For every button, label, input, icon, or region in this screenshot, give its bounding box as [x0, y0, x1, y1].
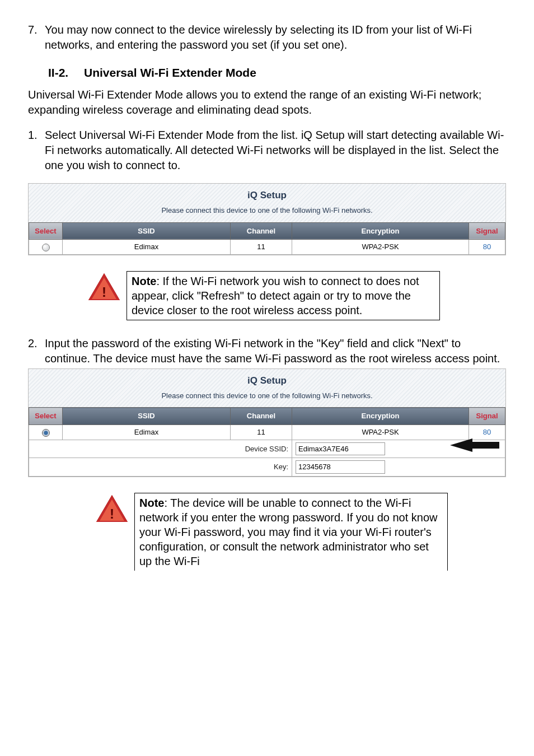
iq1-row-0-select[interactable] [29, 240, 63, 255]
note-2-label: Note [139, 497, 164, 509]
iq1-col-signal: Signal [469, 222, 505, 240]
iq2-col-channel: Channel [231, 408, 292, 425]
iq2-row-0-encryption: WPA2-PSK [292, 424, 469, 440]
iq1-title: iQ Setup [29, 189, 505, 202]
note-2: ! Note: The device will be unable to con… [95, 493, 506, 571]
iq1-row-0-encryption: WPA2-PSK [292, 240, 469, 255]
step-7: 7. You may now connect to the device wir… [28, 22, 506, 53]
step-1: 1. Select Universal Wi-Fi Extender Mode … [28, 128, 506, 173]
iq2-subtitle: Please connect this device to one of the… [29, 391, 505, 401]
step-2-text: Input the password of the existing Wi-Fi… [45, 336, 506, 366]
iq1-row-0-signal: 80 [469, 240, 505, 255]
key-input[interactable]: 12345678 [296, 460, 385, 474]
step-7-text: You may now connect to the device wirele… [45, 22, 506, 53]
iq2-device-ssid-label: Device SSID: [29, 440, 292, 458]
section-intro: Universal Wi-Fi Extender Mode allows you… [28, 87, 506, 118]
step-2-number: 2. [28, 336, 45, 366]
iq1-col-channel: Channel [231, 222, 292, 240]
section-title: Universal Wi-Fi Extender Mode [84, 65, 256, 81]
iq2-row-0-select[interactable] [29, 424, 63, 440]
note-2-box: Note: The device will be unable to conne… [134, 493, 448, 571]
iq2-row-0-ssid: Edimax [63, 424, 231, 440]
pointer-arrow-icon [450, 437, 500, 456]
step-7-number: 7. [28, 22, 45, 53]
iq2-header-row: Select SSID Channel Encryption Signal [29, 408, 505, 425]
step-2: 2. Input the password of the existing Wi… [28, 336, 506, 366]
iq2-col-select: Select [29, 408, 63, 425]
iq2-col-ssid: SSID [63, 408, 231, 425]
step-1-number: 1. [28, 128, 45, 173]
iq1-subtitle: Please connect this device to one of the… [29, 206, 505, 216]
iq1-col-ssid: SSID [63, 222, 231, 240]
warning-icon: ! [95, 493, 131, 522]
iq1-row-0-ssid: Edimax [63, 240, 231, 255]
iq2-row-0-channel: 11 [231, 424, 292, 440]
svg-marker-0 [450, 438, 499, 452]
iq1-col-select: Select [29, 222, 63, 240]
note-1-box: Note: If the Wi-Fi network you wish to c… [127, 271, 440, 320]
iq1-col-encryption: Encryption [292, 222, 469, 240]
iq2-device-ssid-row: Device SSID: Edimax3A7E46 [29, 440, 505, 458]
iq2-table: Select SSID Channel Encryption Signal Ed… [29, 407, 505, 476]
iq1-row-0: Edimax 11 WPA2-PSK 80 [29, 240, 505, 255]
iq2-col-signal: Signal [469, 408, 505, 425]
note-1-label: Note [132, 275, 156, 287]
iq2-key-row: Key: 12345678 [29, 458, 505, 477]
warning-icon: ! [87, 271, 123, 300]
iq-setup-panel-1: iQ Setup Please connect this device to o… [28, 183, 506, 255]
note-2-text: : The device will be unable to connect t… [139, 497, 438, 567]
iq1-table: Select SSID Channel Encryption Signal Ed… [29, 222, 505, 255]
note-1-text: : If the Wi-Fi network you wish to conne… [132, 275, 419, 316]
section-number: II-2. [48, 65, 84, 81]
step-1-text: Select Universal Wi-Fi Extender Mode fro… [45, 128, 506, 173]
iq2-col-encryption: Encryption [292, 408, 469, 425]
device-ssid-input[interactable]: Edimax3A7E46 [296, 442, 385, 456]
iq2-key-label: Key: [29, 458, 292, 477]
iq1-row-0-channel: 11 [231, 240, 292, 255]
section-heading: II-2. Universal Wi-Fi Extender Mode [48, 65, 506, 81]
iq-setup-panel-2: iQ Setup Please connect this device to o… [28, 368, 506, 477]
iq1-header-row: Select SSID Channel Encryption Signal [29, 222, 505, 240]
radio-on-icon[interactable] [42, 429, 50, 437]
iq2-title: iQ Setup [29, 375, 505, 388]
radio-off-icon[interactable] [42, 244, 50, 251]
note-1: ! Note: If the Wi-Fi network you wish to… [87, 271, 506, 320]
iq2-row-0: Edimax 11 WPA2-PSK 80 [29, 424, 505, 440]
